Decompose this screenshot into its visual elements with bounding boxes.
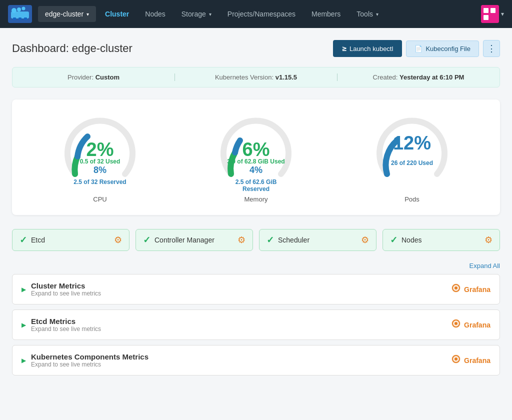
- scheduler-gear-icon[interactable]: ⚙: [361, 234, 369, 246]
- user-avatar[interactable]: [481, 5, 499, 23]
- cpu-label: CPU: [50, 196, 150, 203]
- svg-rect-10: [490, 8, 496, 13]
- launch-kubectl-button[interactable]: ≥ Launch kubectl: [333, 40, 402, 57]
- cluster-expand-icon: ▶: [22, 286, 26, 293]
- cpu-gauge-svg: 2% 0.5 of 32 Used 8% 2.5 of 32 Reserved: [60, 112, 140, 192]
- k8s-grafana-label: Grafana: [464, 356, 490, 364]
- svg-point-20: [454, 358, 458, 360]
- page-title: Dashboard: edge-cluster: [12, 42, 132, 55]
- etcd-metrics-left: ▶ Etcd Metrics Expand to see live metric…: [22, 317, 101, 332]
- cluster-dropdown[interactable]: edge-cluster ▾: [38, 6, 96, 22]
- status-row: ✓ Etcd ⚙ ✓ Controller Manager ⚙ ✓ Schedu…: [12, 229, 500, 251]
- status-controller-manager[interactable]: ✓ Controller Manager ⚙: [136, 229, 253, 251]
- info-bar: Provider: Custom Kubernetes Version: v1.…: [12, 67, 500, 88]
- pods-used-text: 26 of 220 Used: [380, 160, 444, 166]
- pods-sub: 26 of 220 Used: [380, 160, 444, 166]
- k8s-metrics-title: Kubernetes Components Metrics: [31, 352, 148, 361]
- nav-item-tools[interactable]: Tools ▾: [350, 6, 386, 22]
- storage-caret-icon: ▾: [209, 12, 212, 17]
- k8s-grafana-badge[interactable]: Grafana: [451, 354, 490, 366]
- controller-check-icon: ✓: [143, 234, 150, 246]
- tools-caret-icon: ▾: [376, 12, 378, 17]
- controller-manager-label: Controller Manager: [154, 236, 238, 244]
- svg-point-14: [454, 286, 458, 290]
- k8s-components-metrics-section[interactable]: ▶ Kubernetes Components Metrics Expand t…: [12, 345, 500, 376]
- nav-menu: edge-cluster ▾ Cluster Nodes Storage ▾ P…: [38, 6, 481, 22]
- more-options-button[interactable]: ⋮: [483, 40, 500, 57]
- kubectl-icon: ≥: [342, 44, 346, 53]
- cpu-reserved-text: 2.5 of 32 Reserved: [68, 178, 132, 186]
- etcd-expand-icon: ▶: [22, 322, 26, 328]
- k8s-grafana-icon: [451, 354, 461, 366]
- pods-gauge: 12% 26 of 220 Used Pods: [362, 112, 462, 203]
- pods-label: Pods: [362, 196, 462, 203]
- svg-rect-5: [18, 18, 22, 20]
- nav-item-cluster[interactable]: Cluster: [98, 6, 136, 22]
- header-actions: ≥ Launch kubectl 📄 Kubeconfig File ⋮: [333, 40, 500, 57]
- more-icon: ⋮: [487, 43, 496, 54]
- cluster-metrics-left: ▶ Cluster Metrics Expand to see live met…: [22, 282, 101, 297]
- svg-point-17: [454, 322, 458, 325]
- etcd-grafana-badge[interactable]: Grafana: [451, 318, 490, 331]
- avatar-icon: [481, 5, 499, 23]
- cluster-metrics-sub: Expand to see live metrics: [31, 290, 101, 297]
- gauges-row: 2% 0.5 of 32 Used 8% 2.5 of 32 Reserved …: [12, 100, 500, 215]
- nav-item-projects[interactable]: Projects/Namespaces: [220, 6, 302, 22]
- memory-used-text: 3.9 of 62.8 GiB Used: [224, 158, 288, 165]
- brand-icon: [8, 5, 32, 23]
- nodes-gear-icon[interactable]: ⚙: [484, 234, 492, 246]
- provider-segment: Provider: Custom: [12, 74, 175, 81]
- pods-pct: 12%: [393, 132, 431, 154]
- scheduler-label: Scheduler: [278, 236, 361, 244]
- etcd-metrics-title: Etcd Metrics: [31, 317, 101, 326]
- etcd-metrics-text: Etcd Metrics Expand to see live metrics: [31, 317, 101, 332]
- cluster-metrics-title: Cluster Metrics: [31, 282, 101, 290]
- svg-rect-7: [481, 5, 499, 23]
- etcd-grafana-label: Grafana: [464, 321, 490, 329]
- nodes-status-label: Nodes: [402, 236, 484, 244]
- memory-gauge: 6% 3.9 of 62.8 GiB Used 4% 2.5 of 62.6 G…: [206, 112, 306, 203]
- status-scheduler[interactable]: ✓ Scheduler ⚙: [259, 229, 376, 251]
- cluster-grafana-badge[interactable]: Grafana: [451, 283, 490, 296]
- k8s-metrics-sub: Expand to see live metrics: [31, 361, 148, 368]
- etcd-label: Etcd: [31, 236, 114, 244]
- controller-gear-icon[interactable]: ⚙: [238, 234, 246, 246]
- etcd-metrics-sub: Expand to see live metrics: [31, 326, 101, 332]
- brand-logo[interactable]: [8, 5, 34, 23]
- status-nodes[interactable]: ✓ Nodes ⚙: [382, 229, 500, 251]
- page-content: Dashboard: edge-cluster ≥ Launch kubectl…: [0, 28, 512, 392]
- status-etcd[interactable]: ✓ Etcd ⚙: [12, 229, 130, 251]
- document-icon: 📄: [414, 45, 422, 52]
- etcd-gear-icon[interactable]: ⚙: [114, 234, 122, 246]
- cluster-metrics-text: Cluster Metrics Expand to see live metri…: [31, 282, 101, 297]
- memory-label: Memory: [206, 196, 306, 203]
- cluster-caret-icon: ▾: [86, 12, 89, 17]
- cpu-sub: 0.5 of 32 Used 8% 2.5 of 32 Reserved: [68, 158, 132, 186]
- nav-item-storage[interactable]: Storage ▾: [174, 6, 218, 22]
- nav-item-members[interactable]: Members: [304, 6, 348, 22]
- memory-sub: 3.9 of 62.8 GiB Used 4% 2.5 of 62.6 GiB …: [224, 158, 288, 192]
- user-avatar-area[interactable]: ▾: [481, 5, 504, 23]
- kubeconfig-button[interactable]: 📄 Kubeconfig File: [406, 40, 479, 57]
- page-header: Dashboard: edge-cluster ≥ Launch kubectl…: [12, 40, 500, 57]
- svg-point-3: [22, 7, 26, 10]
- svg-point-2: [17, 8, 21, 12]
- pods-gauge-svg: 12% 26 of 220 Used: [372, 112, 452, 192]
- svg-rect-6: [24, 18, 27, 20]
- created-segment: Created: Yesterday at 6:10 PM: [338, 74, 500, 81]
- svg-rect-8: [484, 8, 488, 13]
- nodes-check-icon: ✓: [390, 234, 398, 246]
- expand-all-link[interactable]: Expand All: [470, 262, 500, 270]
- svg-point-1: [12, 8, 16, 13]
- memory-reserved-pct: 4%: [224, 165, 288, 176]
- k8s-metrics-left: ▶ Kubernetes Components Metrics Expand t…: [22, 352, 148, 368]
- cluster-metrics-section[interactable]: ▶ Cluster Metrics Expand to see live met…: [12, 274, 500, 304]
- nav-right: ▾: [481, 5, 504, 23]
- svg-rect-4: [13, 18, 16, 20]
- k8s-expand-icon: ▶: [22, 357, 26, 364]
- etcd-metrics-section[interactable]: ▶ Etcd Metrics Expand to see live metric…: [12, 310, 500, 340]
- svg-rect-11: [490, 15, 496, 20]
- nav-item-nodes[interactable]: Nodes: [138, 6, 172, 22]
- cluster-grafana-icon: [451, 283, 461, 296]
- expand-all-row: Expand All: [12, 261, 500, 270]
